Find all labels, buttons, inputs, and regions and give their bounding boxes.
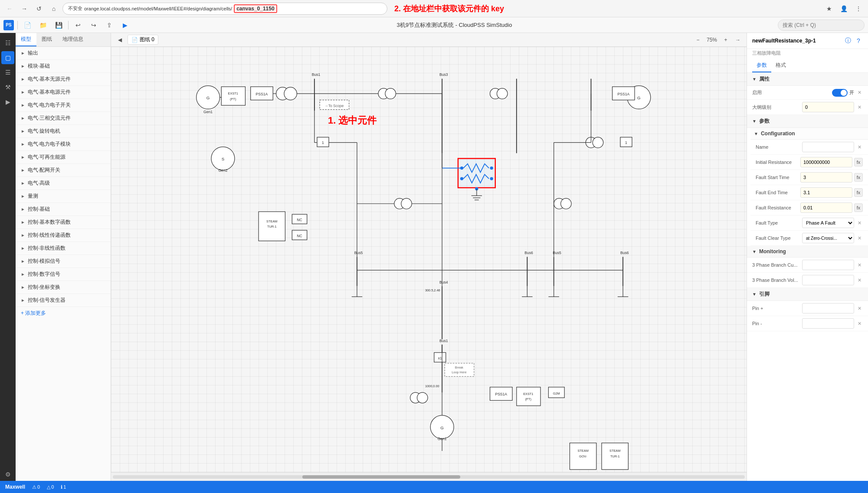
- canvas-scrollbar[interactable]: [111, 472, 747, 481]
- input-outline[interactable]: [802, 102, 854, 112]
- help-btn[interactable]: ?: [854, 36, 863, 45]
- tree-item-ctrl-linear[interactable]: ► 控制·线性传递函数: [16, 229, 111, 242]
- config-header[interactable]: ▼ Configuration: [750, 128, 868, 140]
- zoom-fit-btn[interactable]: →: [733, 35, 743, 45]
- back-btn[interactable]: ←: [3, 3, 16, 15]
- tree-item-ctrl-coord[interactable]: ► 控制·坐标变换: [16, 281, 111, 294]
- vol-x-btn[interactable]: ✕: [856, 277, 863, 284]
- bookmark-btn[interactable]: ★: [823, 3, 835, 15]
- toolbar-save-btn[interactable]: 💾: [52, 19, 65, 31]
- home-btn[interactable]: ⌂: [48, 3, 60, 15]
- select-fault-clear[interactable]: at Zero-Crossi... Immediately: [802, 233, 854, 243]
- input-name[interactable]: [802, 142, 854, 152]
- sidebar-icon-layers[interactable]: ☰: [1, 66, 14, 79]
- sidebar-icon-model[interactable]: ▢: [1, 51, 14, 64]
- arrow-icon: ►: [21, 103, 25, 108]
- enable-x-btn[interactable]: ✕: [856, 89, 863, 96]
- value-initial-resistance: fx: [800, 157, 863, 167]
- sidebar-icon-grid[interactable]: ☷: [1, 36, 14, 49]
- toolbar-undo-btn[interactable]: ↩: [72, 19, 84, 31]
- svg-point-97: [417, 392, 428, 403]
- collapse-icon: ▼: [752, 292, 757, 297]
- arrow-icon: ►: [21, 272, 25, 277]
- input-3p-branch-vol[interactable]: [802, 275, 854, 285]
- tree-item-elec-switch[interactable]: ► 电气·配网开关: [16, 164, 111, 177]
- input-initial-resistance[interactable]: [800, 157, 852, 167]
- zoom-in-btn[interactable]: +: [721, 35, 731, 45]
- refresh-btn[interactable]: ↺: [33, 3, 45, 15]
- sidebar-icon-settings[interactable]: ⚙: [1, 468, 14, 481]
- ft-x-btn[interactable]: ✕: [856, 219, 863, 226]
- tree-item-ctrl-digital2[interactable]: ► 控制·数字信号: [16, 268, 111, 281]
- fr-fx-btn[interactable]: fx: [854, 203, 863, 212]
- tree-item-ctrl-nonlinear[interactable]: ► 控制·非线性函数: [16, 242, 111, 255]
- ir-fx-btn[interactable]: fx: [854, 158, 863, 167]
- select-fault-type[interactable]: Phase A Fault Phase B Fault Phase C Faul…: [802, 218, 854, 228]
- tree-item-ctrl-signal[interactable]: ► 控制·信号发生器: [16, 294, 111, 307]
- sidebar-icon-play[interactable]: ▶: [1, 95, 14, 108]
- tree-item-elec-pe[interactable]: ► 电气·电力电子模块: [16, 138, 111, 151]
- scrollbar-track[interactable]: [113, 475, 745, 479]
- tree-item-ctrl-basic[interactable]: ► 控制·基础: [16, 203, 111, 216]
- pin-plus-x-btn[interactable]: ✕: [856, 305, 863, 312]
- tree-item-elec-3phase[interactable]: ► 电气·三相交流元件: [16, 112, 111, 125]
- tree-item-elec-renewable[interactable]: ► 电气·可再生能源: [16, 151, 111, 164]
- tree-item-ctrl-analog[interactable]: ► 控制·模拟信号: [16, 255, 111, 268]
- tree-item-module-basic[interactable]: ► 模块·基础: [16, 60, 111, 73]
- tab-geo[interactable]: 地理信息: [57, 33, 88, 46]
- toolbar-play-btn[interactable]: ▶: [119, 19, 131, 31]
- input-fault-resistance[interactable]: [800, 202, 852, 213]
- add-more-btn[interactable]: + 添加更多: [16, 307, 111, 320]
- canvas-content[interactable]: G Gen1 EXST1 (PT) PSS1A: [111, 47, 747, 472]
- canvas-tab[interactable]: 📄 图纸 0: [128, 35, 158, 45]
- outline-x-btn[interactable]: ✕: [856, 104, 863, 111]
- input-3p-branch-cu[interactable]: [802, 260, 854, 270]
- collapse-icon: ▼: [752, 249, 757, 254]
- input-pin-plus[interactable]: [802, 303, 854, 313]
- canvas-collapse-btn[interactable]: ◀: [115, 35, 125, 45]
- info-btn[interactable]: ⓘ: [844, 36, 852, 45]
- section-monitoring-header[interactable]: ▼ Monitoring: [747, 246, 868, 258]
- section-pins-header[interactable]: ▼ 引脚: [747, 288, 868, 301]
- toolbar-export-btn[interactable]: ⇪: [103, 19, 115, 31]
- toolbar-folder-btn[interactable]: 📁: [37, 19, 49, 31]
- input-pin-minus[interactable]: [802, 318, 854, 329]
- icon-sidebar: ☷ ▢ ☰ ⚒ ▶ ⚙: [0, 33, 16, 481]
- tree-item-output[interactable]: ► 输出: [16, 47, 111, 60]
- svg-point-34: [490, 167, 493, 170]
- input-fault-start[interactable]: [800, 172, 852, 183]
- more-btn[interactable]: ⋮: [852, 3, 865, 15]
- zoom-out-btn[interactable]: −: [693, 35, 703, 45]
- value-pin-plus: ✕: [802, 303, 863, 313]
- tree-item-elec-source[interactable]: ► 电气·基本电源元件: [16, 86, 111, 99]
- fst-fx-btn[interactable]: fx: [854, 173, 863, 182]
- tree-item-elec-motor[interactable]: ► 电气·旋转电机: [16, 125, 111, 138]
- sidebar-icon-tools[interactable]: ⚒: [1, 81, 14, 94]
- props-tab-format[interactable]: 格式: [771, 59, 790, 72]
- tree-item-elec-power[interactable]: ► 电气·电力电子开关: [16, 99, 111, 112]
- props-tab-params[interactable]: 参数: [752, 59, 771, 72]
- toolbar-redo-btn[interactable]: ↪: [88, 19, 100, 31]
- section-properties-header[interactable]: ▼ 属性: [747, 73, 868, 86]
- forward-btn[interactable]: →: [18, 3, 30, 15]
- cu-x-btn[interactable]: ✕: [856, 261, 863, 268]
- profile-btn[interactable]: 👤: [838, 3, 850, 15]
- section-params-header[interactable]: ▼ 参数: [747, 115, 868, 128]
- tree-item-elec-advanced[interactable]: ► 电气·高级: [16, 177, 111, 190]
- toggle-switch-enable[interactable]: [832, 89, 848, 97]
- fct-x-btn[interactable]: ✕: [856, 235, 863, 242]
- tab-diagram[interactable]: 图纸: [36, 33, 57, 46]
- tree-item-ctrl-digital[interactable]: ► 控制·基本数字函数: [16, 216, 111, 229]
- svg-text:G: G: [440, 425, 444, 430]
- input-fault-end[interactable]: [800, 187, 852, 198]
- tree-item-elec-passive[interactable]: ► 电气·基本无源元件: [16, 73, 111, 86]
- pin-minus-x-btn[interactable]: ✕: [856, 320, 863, 327]
- name-x-btn[interactable]: ✕: [856, 144, 863, 150]
- toolbar-page-btn[interactable]: 📄: [21, 19, 33, 31]
- tree-item-measure[interactable]: ► 量测: [16, 190, 111, 203]
- address-bar[interactable]: 不安全 orange.local.cloudpss.net/model/Maxw…: [62, 3, 387, 15]
- scrollbar-thumb[interactable]: [302, 475, 460, 479]
- search-input[interactable]: [778, 20, 865, 31]
- tab-model[interactable]: 模型: [16, 33, 36, 46]
- fet-fx-btn[interactable]: fx: [854, 188, 863, 197]
